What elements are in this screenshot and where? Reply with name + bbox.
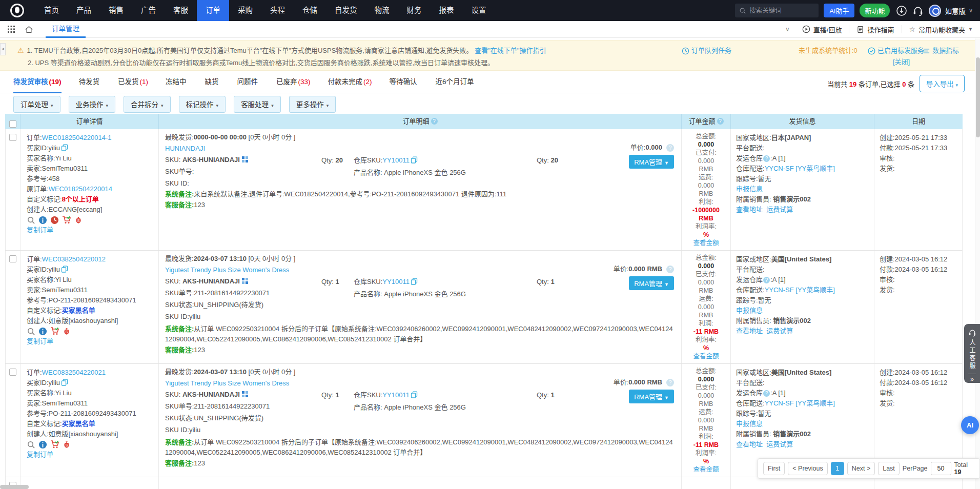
ai-chat-bubble[interactable]: AI [961,416,979,434]
home-icon[interactable] [25,25,33,34]
warehouse-sku-link[interactable]: YY10011 [382,391,410,399]
magnifier-icon[interactable] [27,440,35,449]
collapse-right-icon[interactable]: » [970,376,974,383]
product-title-link[interactable]: HUNIANDAJI [165,145,205,152]
user-menu-caret-icon[interactable]: ∨ [969,7,973,14]
customer-service-tab[interactable]: 人工客服 » [964,324,980,383]
order-queue-task-link[interactable]: 订单队列任务 [682,45,731,57]
data-metrics-link[interactable]: 数据指标 [923,45,959,57]
cart-check-icon[interactable] [50,327,59,336]
warehouse-sku-link[interactable]: YY10011 [382,278,410,286]
perpage-input[interactable] [931,462,951,475]
more-ops-button[interactable]: 更多操作▾ [289,96,336,113]
declare-info-link[interactable]: 申报信息 [736,185,763,193]
product-title-link[interactable]: Yigutest Trendy Plus Size Women's Dress [165,379,289,387]
download-icon[interactable] [896,5,907,16]
freight-trial-link[interactable]: 运费试算 [766,440,793,448]
nav-home[interactable]: 首页 [35,0,68,21]
tab-problem[interactable]: 问题件 [237,73,259,93]
copy-icon[interactable] [61,144,68,151]
view-address-link[interactable]: 查看地址 [736,440,763,448]
new-features-button[interactable]: 新功能 [860,4,890,17]
row-checkbox[interactable] [9,134,16,141]
product-title-link[interactable]: Yigutest Trendy Plus Size Women's Dress [165,266,289,274]
tab-pending-review[interactable]: 待发货审核(19) [13,73,62,93]
money-bag-icon[interactable] [63,440,71,449]
nav-purchase[interactable]: 采购 [229,0,261,21]
cart-check-icon[interactable] [50,440,59,449]
copy-order-link[interactable]: 复制订单 [27,226,53,234]
rma-manage-button[interactable]: RMA管理▼ [629,276,674,290]
user-name[interactable]: 如意版 [945,6,966,16]
view-address-link[interactable]: 查看地址 [736,327,763,335]
cart-check-icon[interactable] [62,215,71,225]
view-address-link[interactable]: 查看地址 [736,206,763,213]
cs-process-button[interactable]: 客服处理▾ [234,96,281,113]
enabled-label-service-link[interactable]: 已启用标发服务 [868,45,924,57]
copy-icon[interactable] [411,156,418,164]
horizontal-scrollbar-thumb[interactable] [0,485,29,489]
tab-last-6-months[interactable]: 近6个月订单 [436,73,475,93]
tab-payment-incomplete[interactable]: 付款未完成(2) [328,73,372,93]
info-icon[interactable] [38,440,47,449]
tab-discarded[interactable]: 已废弃(33) [276,73,311,93]
help-icon[interactable]: ? [431,118,438,125]
nav-customer-service[interactable]: 客服 [165,0,197,21]
nav-orders[interactable]: 订单 [197,0,229,21]
rma-manage-button[interactable]: RMA管理▼ [629,390,674,403]
copy-order-link[interactable]: 复制订单 [27,451,53,458]
help-icon[interactable]: ? [763,155,770,162]
warehouse-sku-link[interactable]: YY10011 [382,156,410,164]
nav-finance[interactable]: 财务 [398,0,431,21]
sku-grid-icon[interactable] [242,391,248,397]
help-icon[interactable]: ? [717,118,724,125]
freight-trial-link[interactable]: 运费试算 [766,206,793,213]
pagination-last-button[interactable]: Last [878,462,900,475]
live-replay-link[interactable]: 直播/回放 [795,25,849,34]
select-all-checkbox[interactable] [9,120,16,128]
user-avatar[interactable] [929,5,941,17]
nav-first-leg[interactable]: 头程 [261,0,294,21]
scrollbar-thumb[interactable] [976,57,980,137]
tab-frozen[interactable]: 冻结中 [166,73,188,93]
copy-icon[interactable] [411,391,418,398]
pagination-first-button[interactable]: First [763,462,785,475]
rma-manage-button[interactable]: RMA管理▼ [629,155,674,169]
order-number-link[interactable]: WEC0382504220012 [42,255,106,263]
declare-info-link[interactable]: 申报信息 [736,307,763,314]
nav-warehouse[interactable]: 仓储 [294,0,326,21]
online-order-guide-link[interactable]: 查看"在线下单"操作指引 [475,47,546,54]
tab-pending-ship[interactable]: 待发货 [79,73,101,93]
row-checkbox[interactable] [9,255,16,262]
clock-icon[interactable] [50,216,59,225]
tab-order-management[interactable]: 订单管理 [46,21,86,38]
warehouse-delivery-link[interactable]: YYCN-SF [YY菜鸟顺丰] [765,165,835,172]
nav-logistics[interactable]: 物流 [366,0,398,21]
nav-sales[interactable]: 销售 [100,0,132,21]
import-export-button[interactable]: 导入导出 ▾ [920,75,965,92]
operation-guide-link[interactable]: 操作指南 [849,25,901,34]
sku-grid-icon[interactable] [242,278,248,284]
headset-icon[interactable] [912,5,924,16]
row-checkbox[interactable] [9,369,16,376]
view-amount-link[interactable]: 查看金额 [693,353,719,360]
tab-out-of-stock[interactable]: 缺货 [205,73,220,93]
business-ops-button[interactable]: 业务操作▾ [69,96,116,113]
close-metrics-link[interactable]: [关闭] [893,56,910,68]
tab-awaiting-confirm[interactable]: 等待确认 [390,73,418,93]
nav-reports[interactable]: 报表 [431,0,463,21]
info-icon[interactable] [38,327,47,336]
global-search[interactable] [735,4,819,17]
view-amount-link[interactable]: 查看金额 [693,466,719,473]
order-number-link[interactable]: WEC0832504220021 [42,369,106,376]
order-number-link[interactable]: WEC0182504220014-1 [42,134,112,141]
original-order-link[interactable]: WEC0182504220014 [49,185,112,193]
favorites-menu[interactable]: ☆ 常用功能收藏夹 ▼ [902,25,980,34]
freight-trial-link[interactable]: 运费试算 [766,327,793,335]
mark-ops-button[interactable]: 标记操作▾ [179,96,226,113]
apps-grid-icon[interactable] [7,25,15,33]
help-icon[interactable]: ? [666,379,674,386]
money-bag-icon[interactable] [63,327,71,336]
nav-ads[interactable]: 广告 [132,0,165,21]
money-bag-icon[interactable] [74,216,83,225]
